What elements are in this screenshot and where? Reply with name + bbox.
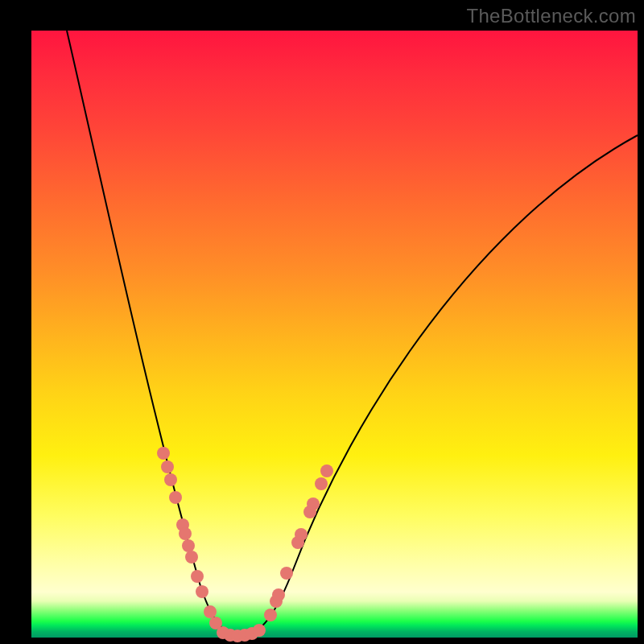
- data-dot: [179, 527, 192, 540]
- data-dot: [280, 567, 293, 580]
- data-dot: [157, 447, 170, 460]
- data-dot: [320, 464, 333, 477]
- data-dot: [307, 497, 320, 510]
- data-dot: [204, 605, 217, 618]
- data-dot: [185, 551, 198, 564]
- data-dot: [196, 585, 208, 598]
- data-dot: [182, 539, 195, 552]
- data-dot: [264, 609, 277, 621]
- data-dot: [191, 570, 204, 583]
- watermark-text: TheBottleneck.com: [466, 5, 636, 27]
- data-dot: [315, 477, 328, 490]
- bottleneck-curve: [67, 31, 638, 636]
- chart-svg: [31, 31, 638, 638]
- data-dot: [272, 588, 285, 601]
- data-dot: [164, 473, 177, 486]
- plot-area: [31, 31, 638, 638]
- data-dot: [169, 491, 182, 504]
- chart-frame: TheBottleneck.com: [0, 0, 644, 644]
- data-dot: [253, 624, 266, 637]
- data-dot: [295, 528, 308, 541]
- data-dot: [161, 460, 174, 473]
